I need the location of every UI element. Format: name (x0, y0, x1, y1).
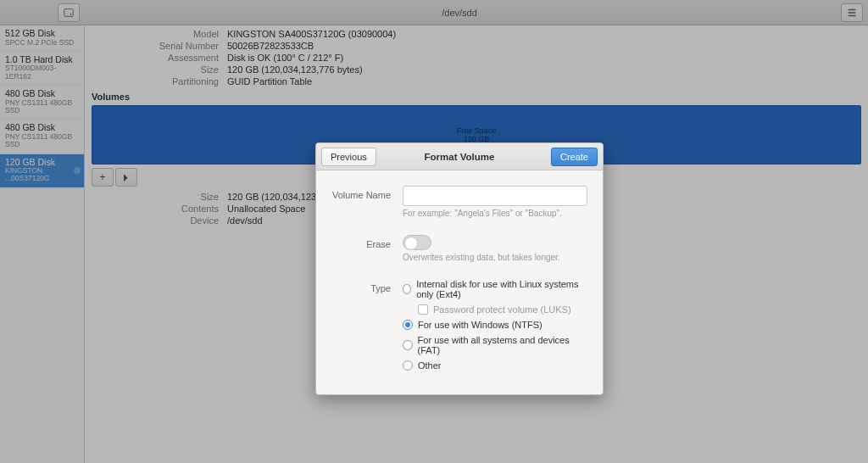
radio-icon (403, 320, 413, 330)
dialog-header: Previous Format Volume Create (316, 143, 603, 170)
luks-label: Password protect volume (LUKS) (433, 304, 571, 315)
erase-hint: Overwrites existing data, but takes long… (403, 253, 587, 262)
type-option-ext4[interactable]: Internal disk for use with Linux systems… (403, 279, 587, 299)
row-volume-name: Volume Name For example: "Angela's Files… (331, 186, 587, 218)
volume-name-hint: For example: "Angela's Files" or "Backup… (403, 209, 587, 218)
dialog-body: Volume Name For example: "Angela's Files… (316, 170, 603, 394)
previous-button[interactable]: Previous (321, 148, 376, 166)
radio-icon (403, 284, 411, 294)
create-button[interactable]: Create (551, 148, 598, 166)
radio-icon (403, 360, 413, 371)
type-option-other[interactable]: Other (403, 360, 587, 371)
type-option-ntfs[interactable]: For use with Windows (NTFS) (403, 320, 587, 330)
type-options: Internal disk for use with Linux systems… (403, 279, 587, 371)
type-option-label: For use with all systems and devices (FA… (418, 335, 587, 355)
volume-name-input[interactable] (403, 186, 587, 206)
type-option-label: For use with Windows (NTFS) (418, 320, 542, 330)
row-erase: Erase Overwrites existing data, but take… (331, 235, 587, 262)
format-volume-dialog: Previous Format Volume Create Volume Nam… (315, 142, 604, 395)
row-type: Type Internal disk for use with Linux sy… (331, 279, 587, 371)
radio-icon (403, 340, 413, 350)
erase-toggle[interactable] (403, 235, 431, 250)
volume-name-label: Volume Name (331, 186, 391, 200)
type-option-fat[interactable]: For use with all systems and devices (FA… (403, 335, 587, 355)
checkbox-icon (418, 304, 428, 315)
type-label: Type (331, 279, 391, 293)
type-option-label: Other (418, 360, 442, 371)
option-luks[interactable]: Password protect volume (LUKS) (418, 304, 587, 315)
type-option-label: Internal disk for use with Linux systems… (416, 279, 587, 299)
erase-label: Erase (331, 235, 391, 249)
